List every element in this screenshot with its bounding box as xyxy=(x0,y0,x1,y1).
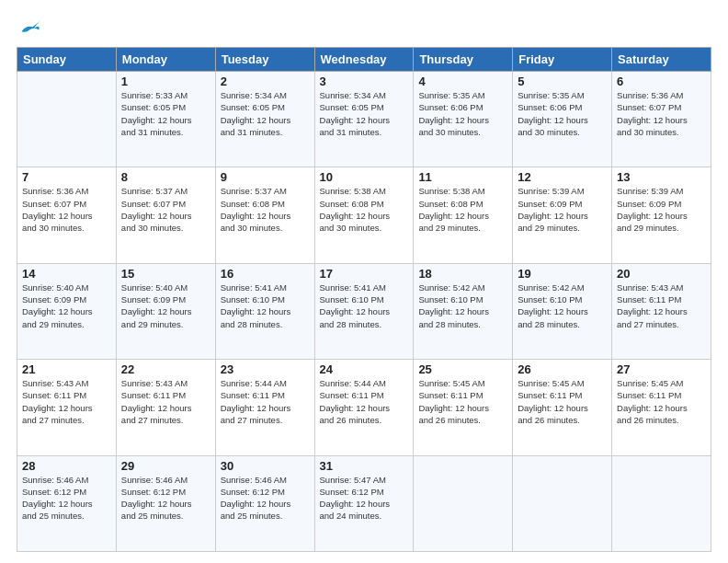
logo-text xyxy=(17,17,40,38)
day-info: Sunrise: 5:39 AM Sunset: 6:09 PM Dayligh… xyxy=(617,185,706,234)
calendar-cell: 19Sunrise: 5:42 AM Sunset: 6:10 PM Dayli… xyxy=(513,263,612,359)
calendar-cell: 23Sunrise: 5:44 AM Sunset: 6:11 PM Dayli… xyxy=(215,360,314,455)
day-number: 19 xyxy=(518,267,607,281)
calendar-cell: 4Sunrise: 5:35 AM Sunset: 6:06 PM Daylig… xyxy=(414,72,513,167)
weekday-header: Wednesday xyxy=(314,48,414,72)
calendar-cell: 29Sunrise: 5:46 AM Sunset: 6:12 PM Dayli… xyxy=(116,455,215,551)
day-number: 27 xyxy=(617,362,706,376)
day-number: 26 xyxy=(518,362,607,376)
day-info: Sunrise: 5:45 AM Sunset: 6:11 PM Dayligh… xyxy=(418,377,507,426)
day-number: 22 xyxy=(121,362,210,376)
header xyxy=(17,17,711,38)
day-info: Sunrise: 5:33 AM Sunset: 6:05 PM Dayligh… xyxy=(121,89,210,138)
calendar-cell xyxy=(612,455,711,551)
calendar-cell: 8Sunrise: 5:37 AM Sunset: 6:07 PM Daylig… xyxy=(116,167,215,263)
calendar-cell: 3Sunrise: 5:34 AM Sunset: 6:05 PM Daylig… xyxy=(314,72,414,167)
day-number: 4 xyxy=(418,75,507,88)
day-number: 13 xyxy=(617,170,706,184)
day-number: 30 xyxy=(221,459,310,473)
calendar-cell: 1Sunrise: 5:33 AM Sunset: 6:05 PM Daylig… xyxy=(116,72,215,167)
day-info: Sunrise: 5:39 AM Sunset: 6:09 PM Dayligh… xyxy=(518,185,607,234)
calendar-cell: 20Sunrise: 5:43 AM Sunset: 6:11 PM Dayli… xyxy=(612,263,711,359)
day-info: Sunrise: 5:38 AM Sunset: 6:08 PM Dayligh… xyxy=(320,185,409,234)
calendar-cell xyxy=(414,455,513,551)
calendar-week-row: 21Sunrise: 5:43 AM Sunset: 6:11 PM Dayli… xyxy=(17,360,711,455)
day-number: 31 xyxy=(320,459,409,473)
day-number: 15 xyxy=(121,267,210,281)
calendar-table: SundayMondayTuesdayWednesdayThursdayFrid… xyxy=(17,47,711,552)
calendar-cell: 27Sunrise: 5:45 AM Sunset: 6:11 PM Dayli… xyxy=(612,360,711,455)
page: SundayMondayTuesdayWednesdayThursdayFrid… xyxy=(0,0,728,563)
day-number: 16 xyxy=(221,267,310,281)
calendar-cell: 31Sunrise: 5:47 AM Sunset: 6:12 PM Dayli… xyxy=(314,455,414,551)
day-number: 8 xyxy=(121,170,210,184)
day-number: 6 xyxy=(617,75,706,88)
day-number: 17 xyxy=(320,267,409,281)
calendar-cell: 10Sunrise: 5:38 AM Sunset: 6:08 PM Dayli… xyxy=(314,167,414,263)
day-number: 29 xyxy=(121,459,210,473)
day-info: Sunrise: 5:41 AM Sunset: 6:10 PM Dayligh… xyxy=(320,282,409,330)
day-number: 24 xyxy=(320,362,409,376)
day-info: Sunrise: 5:34 AM Sunset: 6:05 PM Dayligh… xyxy=(320,89,409,138)
calendar-cell: 2Sunrise: 5:34 AM Sunset: 6:05 PM Daylig… xyxy=(215,72,314,167)
day-info: Sunrise: 5:46 AM Sunset: 6:12 PM Dayligh… xyxy=(22,474,111,523)
calendar-cell: 9Sunrise: 5:37 AM Sunset: 6:08 PM Daylig… xyxy=(215,167,314,263)
calendar-cell: 17Sunrise: 5:41 AM Sunset: 6:10 PM Dayli… xyxy=(314,263,414,359)
calendar-cell: 15Sunrise: 5:40 AM Sunset: 6:09 PM Dayli… xyxy=(116,263,215,359)
calendar-week-row: 1Sunrise: 5:33 AM Sunset: 6:05 PM Daylig… xyxy=(17,72,711,167)
day-number: 28 xyxy=(22,459,111,473)
day-info: Sunrise: 5:46 AM Sunset: 6:12 PM Dayligh… xyxy=(121,474,210,523)
weekday-header: Friday xyxy=(513,48,612,72)
calendar-cell: 7Sunrise: 5:36 AM Sunset: 6:07 PM Daylig… xyxy=(17,167,117,263)
day-number: 20 xyxy=(617,267,706,281)
weekday-header: Sunday xyxy=(17,48,117,72)
day-info: Sunrise: 5:45 AM Sunset: 6:11 PM Dayligh… xyxy=(518,377,607,426)
day-number: 21 xyxy=(22,362,111,376)
day-info: Sunrise: 5:45 AM Sunset: 6:11 PM Dayligh… xyxy=(617,377,706,426)
calendar-week-row: 28Sunrise: 5:46 AM Sunset: 6:12 PM Dayli… xyxy=(17,455,711,551)
day-info: Sunrise: 5:42 AM Sunset: 6:10 PM Dayligh… xyxy=(518,282,607,330)
calendar-cell: 12Sunrise: 5:39 AM Sunset: 6:09 PM Dayli… xyxy=(513,167,612,263)
calendar-cell: 24Sunrise: 5:44 AM Sunset: 6:11 PM Dayli… xyxy=(314,360,414,455)
calendar-cell: 6Sunrise: 5:36 AM Sunset: 6:07 PM Daylig… xyxy=(612,72,711,167)
day-info: Sunrise: 5:36 AM Sunset: 6:07 PM Dayligh… xyxy=(617,89,706,138)
day-info: Sunrise: 5:40 AM Sunset: 6:09 PM Dayligh… xyxy=(121,282,210,330)
day-number: 2 xyxy=(221,75,310,88)
day-info: Sunrise: 5:41 AM Sunset: 6:10 PM Dayligh… xyxy=(221,282,310,330)
day-number: 10 xyxy=(320,170,409,184)
calendar-cell: 16Sunrise: 5:41 AM Sunset: 6:10 PM Dayli… xyxy=(215,263,314,359)
day-info: Sunrise: 5:43 AM Sunset: 6:11 PM Dayligh… xyxy=(22,377,111,426)
weekday-header: Saturday xyxy=(612,48,711,72)
day-info: Sunrise: 5:43 AM Sunset: 6:11 PM Dayligh… xyxy=(121,377,210,426)
calendar-cell xyxy=(17,72,117,167)
calendar-cell: 13Sunrise: 5:39 AM Sunset: 6:09 PM Dayli… xyxy=(612,167,711,263)
day-number: 23 xyxy=(221,362,310,376)
logo xyxy=(17,17,40,38)
weekday-header-row: SundayMondayTuesdayWednesdayThursdayFrid… xyxy=(17,48,711,72)
weekday-header: Tuesday xyxy=(215,48,314,72)
day-info: Sunrise: 5:44 AM Sunset: 6:11 PM Dayligh… xyxy=(221,377,310,426)
day-info: Sunrise: 5:47 AM Sunset: 6:12 PM Dayligh… xyxy=(320,474,409,523)
day-info: Sunrise: 5:36 AM Sunset: 6:07 PM Dayligh… xyxy=(22,185,111,234)
calendar-cell: 22Sunrise: 5:43 AM Sunset: 6:11 PM Dayli… xyxy=(116,360,215,455)
day-number: 11 xyxy=(418,170,507,184)
day-info: Sunrise: 5:37 AM Sunset: 6:08 PM Dayligh… xyxy=(221,185,310,234)
day-info: Sunrise: 5:44 AM Sunset: 6:11 PM Dayligh… xyxy=(320,377,409,426)
day-info: Sunrise: 5:43 AM Sunset: 6:11 PM Dayligh… xyxy=(617,282,706,330)
calendar-week-row: 7Sunrise: 5:36 AM Sunset: 6:07 PM Daylig… xyxy=(17,167,711,263)
calendar-cell: 25Sunrise: 5:45 AM Sunset: 6:11 PM Dayli… xyxy=(414,360,513,455)
calendar-cell: 18Sunrise: 5:42 AM Sunset: 6:10 PM Dayli… xyxy=(414,263,513,359)
day-number: 25 xyxy=(418,362,507,376)
day-number: 9 xyxy=(221,170,310,184)
day-number: 7 xyxy=(22,170,111,184)
day-info: Sunrise: 5:35 AM Sunset: 6:06 PM Dayligh… xyxy=(518,89,607,138)
logo-bird-icon xyxy=(18,18,40,37)
calendar-cell: 26Sunrise: 5:45 AM Sunset: 6:11 PM Dayli… xyxy=(513,360,612,455)
day-number: 3 xyxy=(320,75,409,88)
day-number: 18 xyxy=(418,267,507,281)
calendar-cell: 14Sunrise: 5:40 AM Sunset: 6:09 PM Dayli… xyxy=(17,263,117,359)
calendar-cell: 30Sunrise: 5:46 AM Sunset: 6:12 PM Dayli… xyxy=(215,455,314,551)
day-number: 1 xyxy=(121,75,210,88)
day-number: 5 xyxy=(518,75,607,88)
calendar-cell xyxy=(513,455,612,551)
